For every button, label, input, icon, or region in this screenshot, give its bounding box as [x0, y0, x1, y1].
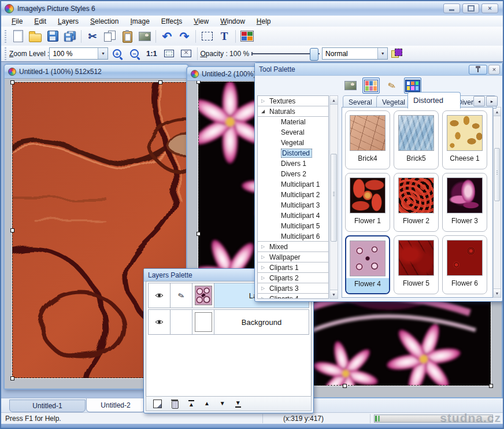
pin-palette-button[interactable] [469, 65, 487, 75]
scroll-down-arrow[interactable]: ▼ [329, 290, 338, 299]
selection-handle[interactable] [343, 384, 347, 388]
menu-help[interactable]: Help [251, 17, 277, 26]
draw-mode-button[interactable]: ✎ [383, 77, 401, 94]
zoom-in-button[interactable]: + [108, 46, 125, 62]
menu-edit[interactable]: Edit [28, 17, 52, 26]
tree-item-multiclipart-2[interactable]: Multiclipart 2 [258, 190, 328, 200]
save-all-button[interactable] [61, 28, 79, 45]
menu-effects[interactable]: Effects [155, 17, 188, 26]
toolbar-grip[interactable] [5, 47, 6, 60]
move-layer-down-button[interactable]: ▼ [220, 401, 225, 406]
tree-item-mixed[interactable]: ▷Mixed [257, 241, 329, 252]
move-layer-up-button[interactable]: ▲ [204, 401, 210, 406]
minimize-button[interactable] [443, 3, 460, 13]
new-button[interactable] [9, 28, 27, 45]
copy-button[interactable] [101, 28, 118, 45]
tree-item-textures[interactable]: ▷Textures [257, 95, 329, 106]
doc1-titlebar[interactable]: Untitled-1 (100%) 512x512 [5, 65, 188, 78]
tree-item-vegetal[interactable]: Vegetal [258, 138, 328, 148]
scroll-up-arrow[interactable]: ▲ [329, 95, 338, 105]
tree-item-divers-2[interactable]: Divers 2 [258, 169, 328, 179]
tree-item-cliparts-1[interactable]: ▷Cliparts 1 [257, 262, 329, 273]
move-layer-top-button[interactable]: ▲ [188, 400, 194, 408]
slider-thumb[interactable] [310, 48, 318, 61]
tool-palette[interactable]: Tool Palette × ✎ ▷Textures ◢Naturals Mat… [254, 62, 503, 302]
selection-handle[interactable] [197, 232, 201, 236]
layer-name[interactable]: Background [214, 310, 309, 334]
fit-window-button[interactable] [160, 46, 177, 62]
tree-item-cliparts-2[interactable]: ▷Cliparts 2 [257, 272, 329, 283]
texture-card-flower3[interactable]: Flower 3 [442, 173, 487, 232]
zoom-out-button[interactable]: − [125, 46, 143, 62]
menu-file[interactable]: File [6, 17, 28, 26]
tree-item-multiclipart-5[interactable]: Multiclipart 5 [258, 221, 328, 231]
rect-select-button[interactable] [198, 28, 216, 45]
actual-size-button[interactable]: 1:1 [143, 46, 160, 62]
zoom-level-combobox[interactable]: 100 % ▼ [49, 47, 108, 60]
titlebar[interactable]: Imagelys Picture Styles 6 × [1, 1, 503, 16]
tree-item-material[interactable]: Material [258, 117, 328, 127]
doc-tab-untitled-1[interactable]: Untitled-1 [9, 400, 86, 412]
texture-browser-button[interactable] [238, 28, 255, 45]
selection-handle[interactable] [158, 80, 162, 84]
texture-card-flower4-selected[interactable]: Flower 4 [345, 235, 390, 294]
scrollbar-thumb[interactable] [331, 154, 337, 242]
texture-card-flower6[interactable]: Flower 6 [442, 235, 487, 294]
blend-mode-combobox[interactable]: Normal ▼ [322, 47, 388, 60]
texture-card-flower1[interactable]: Flower 1 [345, 173, 390, 232]
texture-card-flower5[interactable]: Flower 5 [394, 235, 439, 294]
tool-palette-titlebar[interactable]: Tool Palette [255, 63, 502, 76]
layer-row-background[interactable]: Background [148, 309, 309, 335]
tree-item-cliparts-3[interactable]: ▷Cliparts 3 [257, 283, 329, 294]
layer-visibility-toggle[interactable] [149, 283, 171, 308]
move-layer-bottom-button[interactable]: ▼ [235, 400, 241, 408]
tree-item-divers-1[interactable]: Divers 1 [258, 158, 328, 169]
delete-layer-button[interactable] [172, 401, 179, 409]
tree-item-multiclipart-1[interactable]: Multiclipart 1 [258, 179, 328, 190]
opacity-slider[interactable] [251, 48, 320, 60]
scroll-down-arrow[interactable]: ▼ [493, 289, 501, 298]
layer-thumbnail-cell[interactable] [192, 310, 214, 334]
selection-handle[interactable] [10, 228, 14, 232]
palette-grid-button[interactable] [404, 77, 421, 94]
tab-scroll-left-button[interactable]: ◄ [473, 96, 485, 106]
texture-card-flower2[interactable]: Flower 2 [394, 173, 439, 232]
texture-card-cheese1[interactable]: Cheese 1 [442, 110, 487, 169]
doc-tab-untitled-2[interactable]: Untitled-2 [86, 398, 145, 412]
selection-handle[interactable] [10, 376, 14, 380]
toolbar-grip[interactable] [5, 30, 6, 43]
scrollbar-thumb[interactable] [494, 148, 500, 201]
selection-handle[interactable] [10, 80, 14, 84]
layer-thumbnail-cell[interactable] [192, 283, 214, 308]
fit-image-button[interactable] [177, 46, 195, 62]
palette-close-button[interactable]: × [488, 65, 500, 75]
cut-button[interactable]: ✂ [84, 28, 101, 45]
image-mode-button[interactable] [342, 77, 359, 94]
text-tool-button[interactable]: T [216, 28, 233, 45]
redo-button[interactable]: ↷ [176, 28, 193, 45]
paste-button[interactable] [118, 28, 136, 45]
maximize-button[interactable] [462, 3, 479, 13]
selection-handle[interactable] [197, 80, 201, 84]
thumbnails-mode-button[interactable] [362, 77, 380, 94]
menu-window[interactable]: Window [214, 17, 251, 26]
paste-image-button[interactable] [136, 28, 153, 45]
tree-item-distorted[interactable]: Distorted [258, 148, 328, 158]
tab-scroll-right-button[interactable]: ► [486, 96, 498, 106]
tree-item-naturals[interactable]: ◢Naturals [257, 106, 329, 117]
tree-item-cliparts-4[interactable]: ▷Cliparts 4 [257, 293, 329, 299]
new-layer-button[interactable] [153, 400, 162, 408]
menu-view[interactable]: View [188, 17, 214, 26]
menu-selection[interactable]: Selection [84, 17, 124, 26]
tree-item-multiclipart-4[interactable]: Multiclipart 4 [258, 210, 328, 221]
chevron-down-icon[interactable]: ▼ [377, 48, 387, 59]
blend-tool-button[interactable] [388, 46, 405, 62]
tree-scrollbar[interactable]: ▲ ▼ [329, 95, 338, 299]
menu-image[interactable]: Image [124, 17, 155, 26]
tab-distorted[interactable]: Distorted [407, 92, 461, 109]
grid-scrollbar[interactable]: ▲ ▼ [493, 107, 501, 298]
undo-button[interactable]: ↶ [158, 28, 176, 45]
layer-visibility-toggle[interactable] [149, 310, 171, 334]
chevron-down-icon[interactable]: ▼ [98, 48, 108, 59]
layer-edit-toggle[interactable] [171, 310, 192, 334]
